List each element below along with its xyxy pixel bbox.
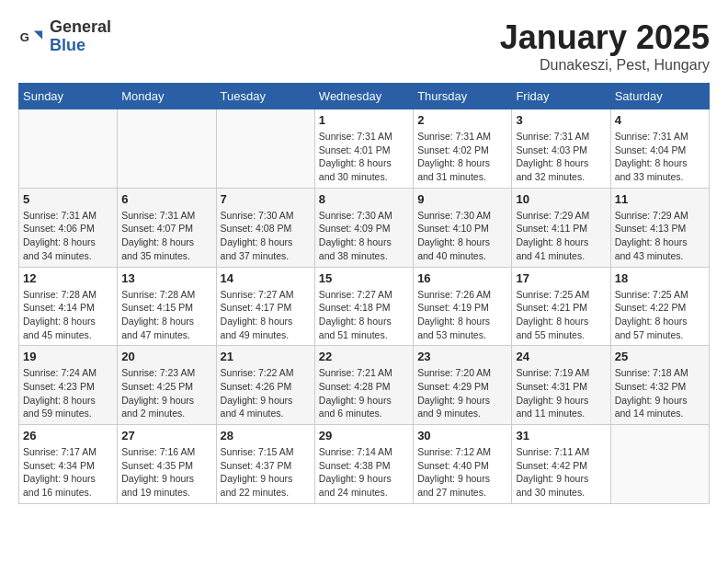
day-number: 19 [23,350,113,363]
day-info: Sunrise: 7:31 AM Sunset: 4:01 PM Dayligh… [319,130,409,184]
day-info: Sunrise: 7:31 AM Sunset: 4:02 PM Dayligh… [417,130,507,184]
day-info: Sunrise: 7:17 AM Sunset: 4:34 PM Dayligh… [23,445,113,500]
calendar-cell [610,425,709,504]
day-info: Sunrise: 7:30 AM Sunset: 4:08 PM Dayligh… [221,209,311,263]
calendar-cell [118,109,216,189]
day-number: 3 [516,113,606,127]
calendar-cell [19,109,118,189]
day-info: Sunrise: 7:19 AM Sunset: 4:31 PM Dayligh… [516,366,606,420]
calendar-header-row: SundayMondayTuesdayWednesdayThursdayFrid… [19,84,710,109]
day-info: Sunrise: 7:23 AM Sunset: 4:25 PM Dayligh… [121,366,211,420]
calendar-cell: 18Sunrise: 7:25 AM Sunset: 4:22 PM Dayli… [610,267,709,346]
day-number: 2 [417,113,507,127]
calendar-cell: 25Sunrise: 7:18 AM Sunset: 4:32 PM Dayli… [610,346,709,425]
day-number: 26 [23,429,113,442]
calendar-row: 26Sunrise: 7:17 AM Sunset: 4:34 PM Dayli… [19,425,710,504]
day-number: 7 [221,192,311,206]
day-info: Sunrise: 7:27 AM Sunset: 4:18 PM Dayligh… [319,288,409,342]
calendar-cell [216,109,314,189]
day-info: Sunrise: 7:14 AM Sunset: 4:38 PM Dayligh… [319,445,409,500]
weekday-header: Tuesday [216,84,314,109]
day-info: Sunrise: 7:27 AM Sunset: 4:17 PM Dayligh… [221,288,311,342]
calendar-cell: 15Sunrise: 7:27 AM Sunset: 4:18 PM Dayli… [314,267,413,346]
calendar-row: 1Sunrise: 7:31 AM Sunset: 4:01 PM Daylig… [19,109,710,189]
day-info: Sunrise: 7:30 AM Sunset: 4:09 PM Dayligh… [319,209,409,263]
calendar-cell: 26Sunrise: 7:17 AM Sunset: 4:34 PM Dayli… [19,425,118,504]
weekday-header: Monday [118,84,216,109]
weekday-header: Saturday [610,84,709,109]
day-info: Sunrise: 7:21 AM Sunset: 4:28 PM Dayligh… [319,366,409,420]
day-info: Sunrise: 7:29 AM Sunset: 4:13 PM Dayligh… [615,209,705,263]
day-info: Sunrise: 7:20 AM Sunset: 4:29 PM Dayligh… [417,366,507,420]
page-header: G General Blue January 2025 Dunakeszi, P… [18,18,710,74]
logo-line2: Blue [50,37,111,55]
day-info: Sunrise: 7:31 AM Sunset: 4:04 PM Dayligh… [615,130,705,184]
day-number: 15 [319,271,409,285]
day-number: 14 [221,271,311,285]
calendar: SundayMondayTuesdayWednesdayThursdayFrid… [18,83,710,504]
day-number: 4 [615,113,705,127]
day-number: 17 [516,271,606,285]
calendar-cell: 14Sunrise: 7:27 AM Sunset: 4:17 PM Dayli… [216,267,314,346]
day-number: 23 [417,350,507,363]
calendar-cell: 29Sunrise: 7:14 AM Sunset: 4:38 PM Dayli… [314,425,413,504]
calendar-cell: 28Sunrise: 7:15 AM Sunset: 4:37 PM Dayli… [216,425,314,504]
day-number: 27 [121,429,211,442]
logo: G General Blue [18,18,111,55]
day-number: 29 [319,429,409,442]
day-number: 5 [23,192,113,206]
calendar-cell: 3Sunrise: 7:31 AM Sunset: 4:03 PM Daylig… [512,109,610,189]
day-number: 18 [615,271,705,285]
day-info: Sunrise: 7:11 AM Sunset: 4:42 PM Dayligh… [516,445,606,500]
day-info: Sunrise: 7:25 AM Sunset: 4:21 PM Dayligh… [516,288,606,342]
calendar-cell: 30Sunrise: 7:12 AM Sunset: 4:40 PM Dayli… [414,425,512,504]
weekday-header: Wednesday [314,84,413,109]
day-number: 11 [615,192,705,206]
calendar-cell: 24Sunrise: 7:19 AM Sunset: 4:31 PM Dayli… [512,346,610,425]
day-number: 22 [319,350,409,363]
day-number: 1 [319,113,409,127]
day-info: Sunrise: 7:31 AM Sunset: 4:06 PM Dayligh… [23,209,113,263]
day-number: 24 [516,350,606,363]
day-number: 12 [23,271,113,285]
day-number: 8 [319,192,409,206]
day-number: 16 [417,271,507,285]
calendar-cell: 21Sunrise: 7:22 AM Sunset: 4:26 PM Dayli… [216,346,314,425]
day-info: Sunrise: 7:24 AM Sunset: 4:23 PM Dayligh… [23,366,113,420]
calendar-cell: 27Sunrise: 7:16 AM Sunset: 4:35 PM Dayli… [118,425,216,504]
calendar-cell: 9Sunrise: 7:30 AM Sunset: 4:10 PM Daylig… [414,188,512,267]
day-number: 31 [516,429,606,442]
logo-text: General Blue [50,18,111,55]
day-number: 30 [417,429,507,442]
weekday-header: Friday [512,84,610,109]
day-number: 6 [121,192,211,206]
day-info: Sunrise: 7:31 AM Sunset: 4:03 PM Dayligh… [516,130,606,184]
calendar-row: 19Sunrise: 7:24 AM Sunset: 4:23 PM Dayli… [19,346,710,425]
calendar-row: 5Sunrise: 7:31 AM Sunset: 4:06 PM Daylig… [19,188,710,267]
day-info: Sunrise: 7:22 AM Sunset: 4:26 PM Dayligh… [221,366,311,420]
day-info: Sunrise: 7:28 AM Sunset: 4:15 PM Dayligh… [121,288,211,342]
day-info: Sunrise: 7:15 AM Sunset: 4:37 PM Dayligh… [221,445,311,500]
location: Dunakeszi, Pest, Hungary [500,57,710,74]
calendar-cell: 16Sunrise: 7:26 AM Sunset: 4:19 PM Dayli… [414,267,512,346]
day-number: 28 [221,429,311,442]
calendar-cell: 31Sunrise: 7:11 AM Sunset: 4:42 PM Dayli… [512,425,610,504]
day-info: Sunrise: 7:30 AM Sunset: 4:10 PM Dayligh… [417,209,507,263]
calendar-cell: 6Sunrise: 7:31 AM Sunset: 4:07 PM Daylig… [118,188,216,267]
day-info: Sunrise: 7:31 AM Sunset: 4:07 PM Dayligh… [121,209,211,263]
calendar-cell: 8Sunrise: 7:30 AM Sunset: 4:09 PM Daylig… [314,188,413,267]
day-info: Sunrise: 7:28 AM Sunset: 4:14 PM Dayligh… [23,288,113,342]
logo-line1: General [50,18,111,37]
calendar-cell: 13Sunrise: 7:28 AM Sunset: 4:15 PM Dayli… [118,267,216,346]
calendar-cell: 10Sunrise: 7:29 AM Sunset: 4:11 PM Dayli… [512,188,610,267]
day-info: Sunrise: 7:12 AM Sunset: 4:40 PM Dayligh… [417,445,507,500]
day-number: 25 [615,350,705,363]
day-number: 13 [121,271,211,285]
calendar-cell: 4Sunrise: 7:31 AM Sunset: 4:04 PM Daylig… [610,109,709,189]
calendar-cell: 11Sunrise: 7:29 AM Sunset: 4:13 PM Dayli… [610,188,709,267]
calendar-cell: 17Sunrise: 7:25 AM Sunset: 4:21 PM Dayli… [512,267,610,346]
title-section: January 2025 Dunakeszi, Pest, Hungary [500,18,710,74]
logo-icon: G [18,24,44,50]
weekday-header: Sunday [19,84,118,109]
weekday-header: Thursday [414,84,512,109]
